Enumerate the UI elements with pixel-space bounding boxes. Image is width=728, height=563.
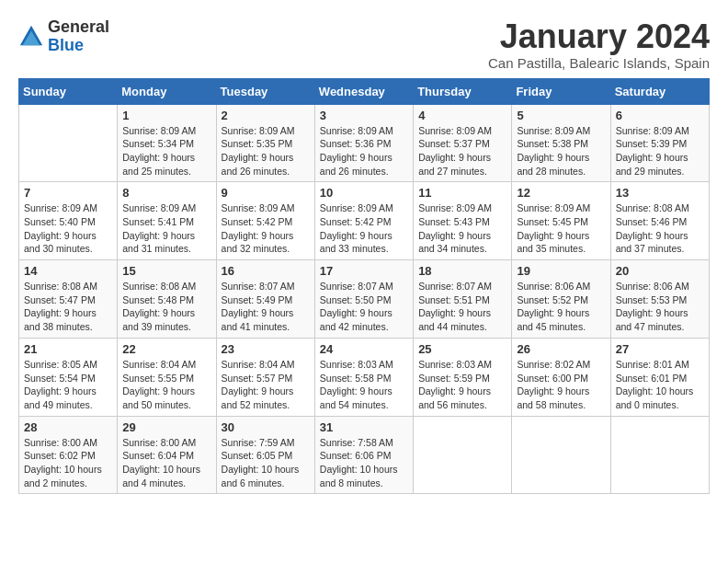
calendar-cell: 20Sunrise: 8:06 AMSunset: 5:53 PMDayligh… — [610, 260, 709, 339]
logo-text: General Blue — [48, 18, 109, 55]
day-number: 31 — [320, 420, 408, 434]
calendar-cell — [610, 416, 709, 494]
calendar-cell: 23Sunrise: 8:04 AMSunset: 5:57 PMDayligh… — [216, 338, 314, 416]
day-number: 12 — [517, 186, 605, 200]
day-info: Sunrise: 8:07 AMSunset: 5:50 PMDaylight:… — [320, 280, 408, 334]
calendar-cell: 25Sunrise: 8:03 AMSunset: 5:59 PMDayligh… — [414, 338, 512, 416]
calendar-cell: 3Sunrise: 8:09 AMSunset: 5:36 PMDaylight… — [314, 104, 413, 182]
day-number: 6 — [616, 109, 704, 122]
day-info: Sunrise: 8:09 AMSunset: 5:39 PMDaylight:… — [616, 124, 704, 178]
day-number: 28 — [24, 420, 112, 434]
calendar-cell: 8Sunrise: 8:09 AMSunset: 5:41 PMDaylight… — [118, 182, 216, 260]
calendar-cell: 22Sunrise: 8:04 AMSunset: 5:55 PMDayligh… — [118, 338, 216, 416]
weekday-header-tuesday: Tuesday — [216, 78, 314, 104]
calendar-week-row: 7Sunrise: 8:09 AMSunset: 5:40 PMDaylight… — [19, 182, 710, 260]
calendar-cell: 9Sunrise: 8:09 AMSunset: 5:42 PMDaylight… — [216, 182, 314, 260]
calendar-cell: 11Sunrise: 8:09 AMSunset: 5:43 PMDayligh… — [414, 182, 512, 260]
calendar-week-row: 1Sunrise: 8:09 AMSunset: 5:34 PMDaylight… — [19, 104, 710, 182]
calendar-cell: 31Sunrise: 7:58 AMSunset: 6:06 PMDayligh… — [314, 416, 413, 494]
calendar-cell: 10Sunrise: 8:09 AMSunset: 5:42 PMDayligh… — [314, 182, 413, 260]
calendar-cell — [512, 416, 610, 494]
day-number: 1 — [122, 109, 210, 122]
day-info: Sunrise: 8:09 AMSunset: 5:35 PMDaylight:… — [222, 124, 310, 178]
day-number: 10 — [320, 186, 408, 200]
day-info: Sunrise: 7:58 AMSunset: 6:06 PMDaylight:… — [320, 436, 408, 490]
calendar-cell: 16Sunrise: 8:07 AMSunset: 5:49 PMDayligh… — [216, 260, 314, 339]
calendar-cell: 15Sunrise: 8:08 AMSunset: 5:48 PMDayligh… — [118, 260, 216, 339]
weekday-header-sunday: Sunday — [19, 78, 118, 104]
weekday-header-thursday: Thursday — [414, 78, 512, 104]
day-number: 23 — [222, 342, 310, 356]
day-number: 2 — [222, 109, 310, 122]
day-number: 18 — [418, 264, 506, 278]
weekday-header-friday: Friday — [512, 78, 610, 104]
day-info: Sunrise: 8:05 AMSunset: 5:54 PMDaylight:… — [24, 358, 112, 412]
day-info: Sunrise: 8:08 AMSunset: 5:48 PMDaylight:… — [122, 280, 210, 334]
day-number: 22 — [122, 342, 210, 356]
calendar-cell: 24Sunrise: 8:03 AMSunset: 5:58 PMDayligh… — [314, 338, 413, 416]
calendar-week-row: 21Sunrise: 8:05 AMSunset: 5:54 PMDayligh… — [19, 338, 710, 416]
day-number: 21 — [24, 342, 112, 356]
day-number: 17 — [320, 264, 408, 278]
day-info: Sunrise: 8:01 AMSunset: 6:01 PMDaylight:… — [616, 358, 704, 412]
calendar-cell: 13Sunrise: 8:08 AMSunset: 5:46 PMDayligh… — [610, 182, 709, 260]
day-number: 16 — [222, 264, 310, 278]
day-number: 19 — [517, 264, 605, 278]
day-info: Sunrise: 8:09 AMSunset: 5:42 PMDaylight:… — [320, 201, 408, 256]
day-number: 20 — [616, 264, 704, 278]
day-number: 30 — [222, 420, 310, 434]
day-info: Sunrise: 8:07 AMSunset: 5:51 PMDaylight:… — [418, 280, 506, 334]
day-info: Sunrise: 8:09 AMSunset: 5:42 PMDaylight:… — [222, 201, 310, 256]
calendar-cell: 21Sunrise: 8:05 AMSunset: 5:54 PMDayligh… — [19, 338, 118, 416]
day-info: Sunrise: 8:09 AMSunset: 5:37 PMDaylight:… — [418, 124, 506, 178]
calendar-cell: 18Sunrise: 8:07 AMSunset: 5:51 PMDayligh… — [414, 260, 512, 339]
calendar-cell: 26Sunrise: 8:02 AMSunset: 6:00 PMDayligh… — [512, 338, 610, 416]
weekday-header-row: SundayMondayTuesdayWednesdayThursdayFrid… — [19, 78, 710, 104]
calendar-cell: 7Sunrise: 8:09 AMSunset: 5:40 PMDaylight… — [19, 182, 118, 260]
page-header: General Blue January 2024 Can Pastilla, … — [18, 18, 710, 71]
calendar-cell: 6Sunrise: 8:09 AMSunset: 5:39 PMDaylight… — [610, 104, 709, 182]
calendar-cell: 5Sunrise: 8:09 AMSunset: 5:38 PMDaylight… — [512, 104, 610, 182]
day-number: 24 — [320, 342, 408, 356]
day-info: Sunrise: 8:08 AMSunset: 5:47 PMDaylight:… — [24, 280, 112, 334]
calendar-cell: 27Sunrise: 8:01 AMSunset: 6:01 PMDayligh… — [610, 338, 709, 416]
day-info: Sunrise: 8:09 AMSunset: 5:43 PMDaylight:… — [418, 201, 506, 256]
title-block: January 2024 Can Pastilla, Balearic Isla… — [488, 18, 710, 71]
calendar-cell: 19Sunrise: 8:06 AMSunset: 5:52 PMDayligh… — [512, 260, 610, 339]
day-number: 4 — [418, 109, 506, 122]
calendar-cell: 28Sunrise: 8:00 AMSunset: 6:02 PMDayligh… — [19, 416, 118, 494]
day-info: Sunrise: 8:09 AMSunset: 5:40 PMDaylight:… — [24, 201, 112, 256]
day-number: 7 — [24, 186, 112, 200]
calendar-cell — [414, 416, 512, 494]
day-number: 15 — [122, 264, 210, 278]
day-number: 11 — [418, 186, 506, 200]
day-number: 27 — [616, 342, 704, 356]
day-number: 3 — [320, 109, 408, 122]
day-info: Sunrise: 8:06 AMSunset: 5:52 PMDaylight:… — [517, 280, 605, 334]
day-info: Sunrise: 8:09 AMSunset: 5:41 PMDaylight:… — [122, 201, 210, 256]
calendar-cell: 29Sunrise: 8:00 AMSunset: 6:04 PMDayligh… — [118, 416, 216, 494]
day-info: Sunrise: 8:09 AMSunset: 5:45 PMDaylight:… — [517, 201, 605, 256]
day-number: 14 — [24, 264, 112, 278]
calendar-body: 1Sunrise: 8:09 AMSunset: 5:34 PMDaylight… — [19, 104, 710, 494]
calendar-cell: 1Sunrise: 8:09 AMSunset: 5:34 PMDaylight… — [118, 104, 216, 182]
day-info: Sunrise: 8:06 AMSunset: 5:53 PMDaylight:… — [616, 280, 704, 334]
logo-icon — [18, 24, 44, 50]
month-title: January 2024 — [488, 18, 710, 55]
weekday-header-wednesday: Wednesday — [314, 78, 413, 104]
day-info: Sunrise: 8:03 AMSunset: 5:58 PMDaylight:… — [320, 358, 408, 412]
day-info: Sunrise: 8:09 AMSunset: 5:34 PMDaylight:… — [122, 124, 210, 178]
day-number: 25 — [418, 342, 506, 356]
calendar-cell: 12Sunrise: 8:09 AMSunset: 5:45 PMDayligh… — [512, 182, 610, 260]
calendar-cell: 14Sunrise: 8:08 AMSunset: 5:47 PMDayligh… — [19, 260, 118, 339]
weekday-header-monday: Monday — [118, 78, 216, 104]
day-info: Sunrise: 8:04 AMSunset: 5:57 PMDaylight:… — [222, 358, 310, 412]
calendar-table: SundayMondayTuesdayWednesdayThursdayFrid… — [18, 78, 710, 495]
day-info: Sunrise: 8:02 AMSunset: 6:00 PMDaylight:… — [517, 358, 605, 412]
day-number: 29 — [122, 420, 210, 434]
day-number: 8 — [122, 186, 210, 200]
day-info: Sunrise: 7:59 AMSunset: 6:05 PMDaylight:… — [222, 436, 310, 490]
calendar-week-row: 28Sunrise: 8:00 AMSunset: 6:02 PMDayligh… — [19, 416, 710, 494]
day-info: Sunrise: 8:08 AMSunset: 5:46 PMDaylight:… — [616, 201, 704, 256]
day-info: Sunrise: 8:04 AMSunset: 5:55 PMDaylight:… — [122, 358, 210, 412]
